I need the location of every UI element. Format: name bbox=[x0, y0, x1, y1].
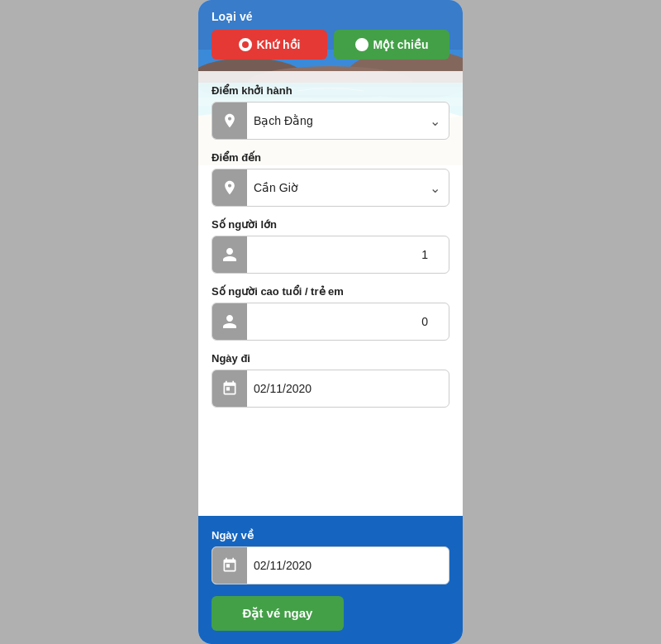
seniors-children-input[interactable] bbox=[247, 307, 449, 336]
departure-input-row: ⌄ bbox=[212, 102, 449, 140]
adults-icon bbox=[212, 236, 247, 273]
departure-arrow: ⌄ bbox=[421, 113, 449, 129]
departure-date-input[interactable] bbox=[247, 374, 449, 403]
round-trip-radio bbox=[239, 38, 252, 51]
departure-field-group: Điểm khởi hành ⌄ bbox=[212, 84, 449, 140]
form-section: Điểm khởi hành ⌄ Điểm đến bbox=[198, 71, 463, 516]
round-trip-button[interactable]: Khứ hồi bbox=[212, 30, 327, 60]
seniors-icon bbox=[212, 303, 247, 340]
departure-date-field-group: Ngày đi bbox=[212, 352, 449, 408]
destination-icon bbox=[212, 169, 247, 206]
destination-field-group: Điểm đến ⌄ bbox=[212, 151, 449, 207]
return-date-input[interactable] bbox=[247, 551, 449, 580]
one-way-label: Một chiều bbox=[373, 38, 429, 51]
round-trip-label: Khứ hồi bbox=[257, 38, 301, 51]
destination-input-row: ⌄ bbox=[212, 169, 449, 207]
destination-input[interactable] bbox=[247, 173, 421, 203]
location-icon-dest bbox=[221, 179, 238, 196]
departure-date-label: Ngày đi bbox=[212, 352, 449, 365]
departure-date-input-row bbox=[212, 370, 449, 408]
person-icon-2 bbox=[221, 313, 238, 330]
one-way-button[interactable]: Một chiều bbox=[334, 30, 449, 60]
book-button[interactable]: Đặt vé ngay bbox=[212, 596, 344, 631]
return-date-field-group: Ngày về bbox=[212, 529, 449, 584]
calendar-icon-svg bbox=[221, 380, 238, 397]
adults-field-group: Số người lớn bbox=[212, 218, 449, 274]
seniors-children-input-row bbox=[212, 303, 449, 341]
destination-arrow: ⌄ bbox=[421, 180, 449, 196]
person-icon bbox=[221, 246, 238, 263]
adults-input-row bbox=[212, 236, 449, 274]
adults-label: Số người lớn bbox=[212, 218, 449, 231]
ticket-type-label: Loại vé bbox=[212, 10, 449, 23]
return-date-label: Ngày về bbox=[212, 529, 449, 541]
calendar-icon-return bbox=[221, 557, 238, 574]
ticket-type-buttons: Khứ hồi Một chiều bbox=[212, 30, 449, 60]
return-date-input-row bbox=[212, 546, 449, 584]
adults-input[interactable] bbox=[247, 240, 449, 270]
phone-container: Loại vé Khứ hồi Một chiều Điểm khởi hành bbox=[198, 0, 463, 644]
destination-label: Điểm đến bbox=[212, 151, 449, 164]
departure-label: Điểm khởi hành bbox=[212, 84, 449, 97]
location-icon bbox=[221, 112, 238, 129]
calendar-icon bbox=[212, 370, 247, 407]
departure-input[interactable] bbox=[247, 106, 421, 136]
one-way-radio bbox=[355, 38, 369, 51]
content-overlay: Loại vé Khứ hồi Một chiều Điểm khởi hành bbox=[198, 0, 463, 644]
departure-icon bbox=[212, 103, 247, 139]
seniors-children-label: Số người cao tuổi / trẻ em bbox=[212, 285, 449, 298]
seniors-children-field-group: Số người cao tuổi / trẻ em bbox=[212, 285, 449, 341]
bottom-section: Ngày về Đặt vé ngay bbox=[198, 516, 463, 644]
ticket-type-section: Loại vé Khứ hồi Một chiều bbox=[198, 0, 463, 71]
return-calendar-icon bbox=[212, 547, 247, 584]
